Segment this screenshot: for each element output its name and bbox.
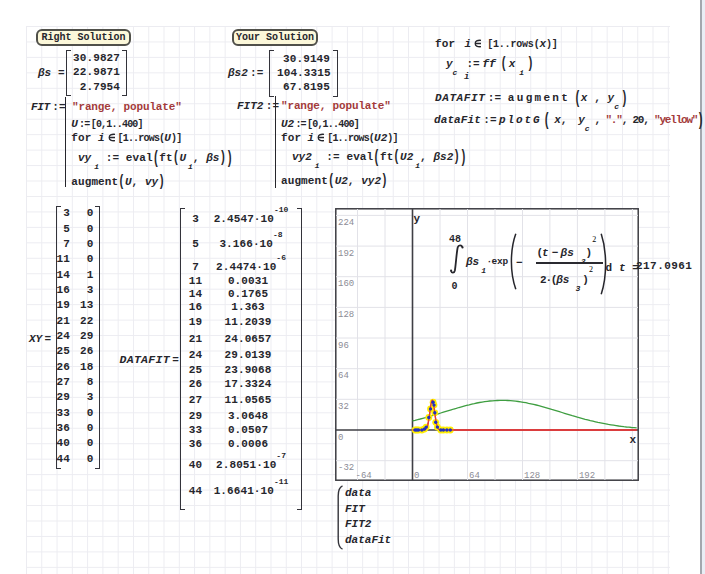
svg-text:y: y — [413, 213, 420, 225]
svg-text:x: x — [629, 434, 636, 446]
svg-text:128: 128 — [524, 471, 540, 481]
svg-text:192: 192 — [578, 471, 594, 481]
svg-text:128: 128 — [338, 310, 354, 320]
svg-text:224: 224 — [338, 218, 354, 228]
svg-text:32: 32 — [338, 402, 349, 412]
svg-text:192: 192 — [338, 249, 354, 259]
svg-text:0: 0 — [338, 433, 343, 443]
svg-text:64: 64 — [469, 471, 480, 481]
svg-text:-32: -32 — [338, 463, 354, 473]
svg-text:-64: -64 — [355, 471, 371, 481]
svg-text:64: 64 — [338, 371, 349, 381]
svg-text:0: 0 — [414, 471, 419, 481]
svg-text:160: 160 — [338, 279, 354, 289]
svg-text:96: 96 — [338, 341, 349, 351]
